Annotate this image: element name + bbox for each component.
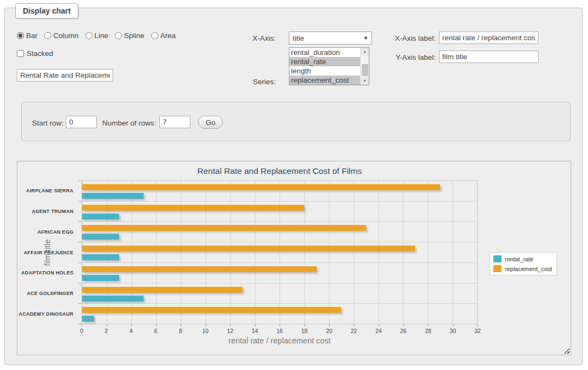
legend-label-replacement_cost: replacement_cost — [505, 266, 552, 272]
start-row-input[interactable] — [66, 116, 97, 128]
x-tick-mark — [156, 324, 157, 327]
number-of-rows-input[interactable] — [159, 116, 190, 128]
x-axis-ticks: 02468101214161820222426283032 — [82, 324, 478, 336]
x-tick-label: 8 — [179, 328, 182, 334]
x-tick-mark — [206, 324, 206, 327]
start-row-label: Start row: — [32, 119, 64, 127]
chart-type-radio-line[interactable] — [85, 32, 92, 39]
category-label: AIRPLANE SIERRA — [17, 180, 77, 201]
chart-bar-replacement_cost — [82, 307, 341, 313]
series-option-rental_rate[interactable]: rental_rate — [289, 57, 360, 66]
chart-type-radio-bar[interactable] — [17, 32, 24, 39]
y-axis-label-input[interactable] — [439, 51, 539, 63]
category-axis: AIRPLANE SIERRAAGENT TRUMANAFRICAN EGGAF… — [17, 180, 77, 324]
chart-type-radio-column[interactable] — [44, 32, 51, 39]
scrollbar-thumb[interactable] — [362, 64, 368, 76]
chart-category-row — [82, 284, 477, 304]
chart-bar-rental_rate — [82, 193, 144, 199]
x-axis-label-label: X-Axis label: — [392, 34, 436, 42]
go-button[interactable]: Go — [198, 116, 223, 129]
category-label: ACE GOLDFINGER — [17, 283, 77, 304]
series-multiselect[interactable]: rental_durationrental_ratelengthreplacem… — [289, 47, 369, 85]
legend-entry-replacement_cost: replacement_cost — [493, 265, 552, 272]
x-tick-mark — [181, 324, 181, 327]
chart-category-row — [82, 304, 477, 324]
chart-bar-rental_rate — [82, 296, 144, 302]
chart-type-label-column: Column — [53, 32, 79, 40]
x-tick-mark — [379, 324, 379, 327]
chart-type-line[interactable]: Line — [85, 32, 109, 40]
series-option-rental_duration[interactable]: rental_duration — [289, 48, 360, 57]
stacked-checkbox-label[interactable]: Stacked — [17, 49, 53, 58]
category-label: AFFAIR PREJUDICE — [17, 242, 77, 263]
x-tick-mark — [329, 324, 330, 327]
chart-bar-rental_rate — [82, 254, 119, 260]
x-tick-label: 18 — [301, 328, 308, 334]
x-tick-mark — [280, 324, 280, 327]
x-axis-label-input[interactable] — [439, 32, 539, 44]
chart-bar-replacement_cost — [82, 205, 304, 211]
scroll-down-icon[interactable]: ▼ — [361, 77, 369, 85]
chart-type-label-spline: Spline — [124, 32, 145, 40]
fieldset-legend: Display chart — [15, 3, 78, 18]
chart-type-spline[interactable]: Spline — [115, 32, 145, 40]
x-tick-mark — [404, 324, 404, 327]
x-axis-select[interactable]: title ▼ — [289, 32, 372, 45]
chart-x-axis-title: rental rate / replacement cost — [82, 336, 478, 345]
x-tick-label: 16 — [276, 328, 283, 334]
x-tick-label: 26 — [400, 328, 407, 334]
chart-legend: rental_ratereplacement_cost — [490, 252, 557, 275]
chart-bar-replacement_cost — [82, 184, 440, 190]
x-tick-label: 20 — [326, 328, 332, 334]
dropdown-arrow-icon: ▼ — [363, 35, 368, 41]
chart-bar-replacement_cost — [82, 246, 415, 252]
x-tick-mark — [82, 324, 82, 327]
number-of-rows-label: Number of rows: — [102, 119, 156, 127]
x-tick-mark — [478, 324, 478, 327]
display-chart-fieldset: Display chart BarColumnLineSplineArea St… — [4, 8, 583, 365]
chart-type-radiogroup: BarColumnLineSplineArea — [17, 32, 176, 40]
x-tick-label: 2 — [105, 328, 108, 334]
x-axis-select-label: X-Axis: — [238, 34, 276, 42]
chart-bar-rental_rate — [82, 214, 119, 220]
legend-swatch-rental_rate — [493, 255, 502, 262]
scroll-up-icon[interactable]: ▲ — [361, 48, 369, 55]
chart-category-row — [82, 181, 477, 202]
row-range-fieldset: Start row: Number of rows: Go — [21, 102, 571, 141]
chart-category-row — [82, 242, 477, 263]
chart-type-bar[interactable]: Bar — [17, 32, 38, 40]
x-tick-mark — [107, 324, 107, 327]
x-tick-mark — [354, 324, 355, 327]
x-tick-label: 32 — [474, 328, 481, 334]
x-tick-label: 12 — [227, 328, 233, 334]
chart-category-row — [82, 222, 477, 242]
stacked-checkbox[interactable] — [17, 50, 24, 57]
series-scrollbar[interactable]: ▲ ▼ — [360, 48, 369, 85]
x-tick-label: 22 — [351, 328, 357, 334]
x-tick-mark — [255, 324, 256, 327]
chart-type-label-area: Area — [160, 32, 176, 40]
series-option-replacement_cost[interactable]: replacement_cost — [289, 76, 360, 85]
chart-bar-replacement_cost — [82, 266, 317, 272]
chart-type-column[interactable]: Column — [44, 32, 79, 40]
legend-label-rental_rate: rental_rate — [505, 256, 534, 262]
chart-category-row — [82, 202, 477, 222]
series-option-length[interactable]: length — [289, 66, 360, 76]
x-tick-label: 14 — [252, 328, 258, 334]
chart-type-radio-spline[interactable] — [115, 32, 122, 39]
chart-type-radio-area[interactable] — [151, 32, 158, 39]
x-tick-label: 10 — [202, 328, 209, 334]
stacked-label: Stacked — [27, 49, 53, 58]
x-tick-mark — [230, 324, 231, 327]
x-tick-label: 30 — [450, 328, 456, 334]
x-tick-label: 24 — [375, 328, 382, 334]
chart-type-area[interactable]: Area — [151, 32, 176, 40]
series-select-label: Series: — [238, 78, 276, 86]
resize-handle-icon[interactable] — [564, 348, 570, 354]
category-label: AGENT TRUMAN — [17, 201, 77, 222]
chart-bar-replacement_cost — [82, 225, 366, 231]
chart-title-input[interactable] — [17, 69, 113, 81]
chart-bar-replacement_cost — [82, 287, 243, 293]
x-tick-label: 28 — [425, 328, 431, 334]
x-tick-mark — [131, 324, 132, 327]
